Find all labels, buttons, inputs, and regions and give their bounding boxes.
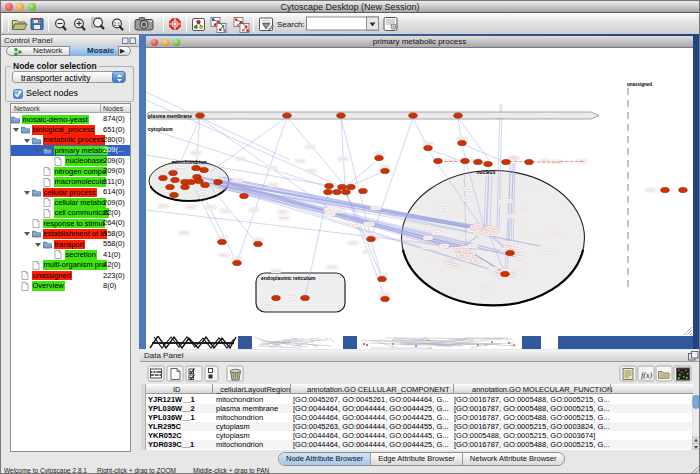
svg-text:mitochondrion: mitochondrion — [172, 159, 207, 165]
svg-text:cytoplasm: cytoplasm — [148, 126, 173, 132]
svg-text:unassigned: unassigned — [627, 82, 652, 87]
svg-text:endoplasmic reticulum: endoplasmic reticulum — [261, 275, 316, 281]
svg-text:nucleus: nucleus — [477, 169, 496, 175]
svg-text:1:1: 1:1 — [114, 22, 121, 27]
svg-text:f(x): f(x) — [641, 371, 652, 380]
svg-text:plasma membrane: plasma membrane — [148, 113, 192, 119]
svg-text:Search:: Search: — [277, 20, 305, 29]
